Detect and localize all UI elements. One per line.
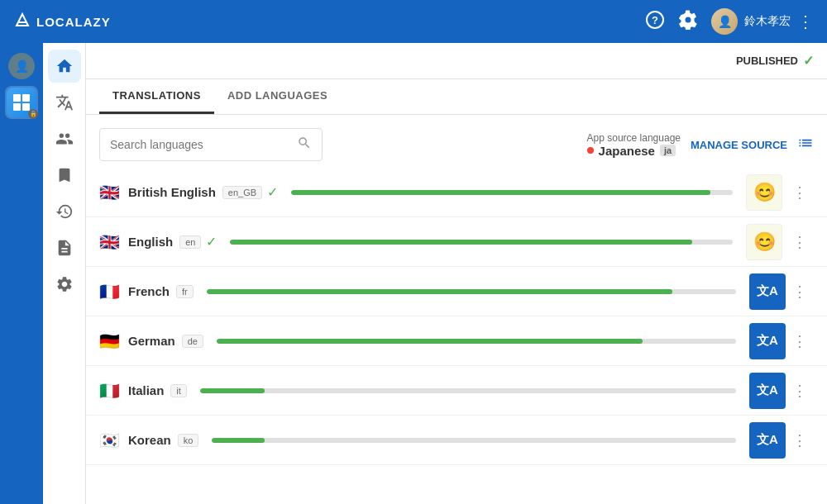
lang-flag-fr: 🇫🇷 [99, 282, 120, 302]
language-row-en_GB[interactable]: 🇬🇧 British English en_GB ✓ 😊 ⋮ [86, 168, 827, 217]
published-label: PUBLISHED [736, 55, 798, 67]
sidebar-item-file[interactable] [48, 231, 81, 264]
logo-text: LOCALAZY [36, 15, 111, 29]
source-language: Japanese ja [587, 144, 681, 158]
source-language-block: App source language Japanese ja [587, 132, 681, 158]
search-input[interactable] [110, 138, 290, 151]
search-source-row: App source language Japanese ja MANAGE S… [86, 115, 827, 168]
emoji-icon: 😊 [753, 182, 776, 203]
action-emoji-en_GB[interactable]: 😊 [746, 174, 782, 211]
left-sidebar: 👤 🔒 [0, 43, 43, 504]
source-dot [587, 147, 594, 154]
action-translate-ko[interactable]: 文A [749, 422, 786, 459]
lang-bar-de [217, 339, 736, 344]
lang-flag-ko: 🇰🇷 [99, 430, 120, 450]
lang-flag-en: 🇬🇧 [99, 232, 120, 252]
emoji-icon: 😊 [753, 231, 776, 253]
main-content: PUBLISHED ✓ TRANSLATIONS ADD LANGUAGES [86, 43, 827, 504]
lang-bar-fr [207, 289, 736, 294]
manage-source-button[interactable]: MANAGE SOURCE [691, 139, 787, 151]
lang-code-it: it [170, 384, 187, 397]
svg-rect-5 [22, 94, 30, 102]
search-box[interactable] [99, 128, 323, 161]
source-info: App source language Japanese ja MANAGE S… [587, 132, 814, 158]
lang-bar-en_GB [291, 190, 733, 195]
svg-rect-4 [13, 94, 21, 102]
avatar: 👤 [711, 8, 738, 35]
lang-name-de: German [128, 334, 175, 348]
logo[interactable]: LOCALAZY [13, 11, 111, 33]
action-translate-it[interactable]: 文A [749, 373, 786, 409]
language-row-it[interactable]: 🇮🇹 Italian it 文A ⋮ [86, 366, 827, 416]
lang-more-ko[interactable]: ⋮ [786, 428, 814, 453]
published-check-icon: ✓ [803, 53, 814, 69]
svg-rect-7 [22, 103, 30, 111]
sidebar-item-team[interactable] [48, 122, 81, 155]
lang-code-ko: ko [178, 434, 199, 447]
top-nav-right: ? 👤 鈴木孝宏 ⋮ [645, 8, 814, 35]
lang-bar-en [230, 240, 733, 245]
sidebar-project-icon[interactable]: 🔒 [5, 86, 38, 119]
translate-icon: 文A [757, 383, 778, 398]
lang-name-fr: French [128, 284, 170, 298]
lang-code-fr: fr [176, 285, 194, 298]
sidebar-user-avatar[interactable]: 👤 [5, 50, 38, 83]
language-list: 🇬🇧 British English en_GB ✓ 😊 ⋮ 🇬🇧 Englis… [86, 168, 827, 504]
help-icon[interactable]: ? [645, 10, 665, 34]
lang-code-en_GB: en_GB [222, 186, 262, 199]
lang-more-en_GB[interactable]: ⋮ [786, 180, 814, 205]
lang-name-it: Italian [128, 383, 164, 397]
action-emoji-en[interactable]: 😊 [746, 224, 782, 260]
language-row-fr[interactable]: 🇫🇷 French fr 文A ⋮ [86, 267, 827, 316]
tab-translations[interactable]: TRANSLATIONS [99, 79, 214, 114]
main-layout: 👤 🔒 [0, 43, 827, 504]
settings-icon[interactable] [678, 10, 698, 34]
sidebar-item-home[interactable] [48, 50, 81, 83]
action-translate-de[interactable]: 文A [749, 323, 786, 359]
lang-name-en: English [128, 235, 173, 249]
lang-more-fr[interactable]: ⋮ [786, 279, 814, 304]
lang-code-de: de [182, 335, 203, 348]
language-row-en[interactable]: 🇬🇧 English en ✓ 😊 ⋮ [86, 217, 827, 267]
lang-flag-en_GB: 🇬🇧 [99, 183, 120, 202]
source-label: App source language [587, 132, 681, 144]
content-header: PUBLISHED ✓ [86, 43, 827, 79]
second-sidebar [43, 43, 86, 504]
top-navigation: LOCALAZY ? 👤 鈴木孝宏 ⋮ [0, 0, 827, 43]
translate-icon: 文A [757, 432, 778, 448]
svg-marker-0 [17, 14, 28, 26]
svg-text:?: ? [652, 14, 658, 26]
source-language-name: Japanese [599, 144, 655, 158]
list-view-icon[interactable] [797, 135, 814, 155]
user-menu[interactable]: 👤 鈴木孝宏 ⋮ [711, 8, 814, 35]
action-translate-fr[interactable]: 文A [749, 273, 786, 310]
translate-icon: 文A [757, 283, 778, 299]
lang-name-ko: Korean [128, 433, 171, 447]
lang-more-it[interactable]: ⋮ [786, 378, 814, 403]
lang-flag-de: 🇩🇪 [99, 331, 120, 351]
tabs-bar: TRANSLATIONS ADD LANGUAGES [86, 79, 827, 115]
svg-rect-6 [13, 103, 21, 111]
lang-bar-ko [212, 438, 736, 443]
more-icon[interactable]: ⋮ [797, 12, 814, 31]
language-row-de[interactable]: 🇩🇪 German de 文A ⋮ [86, 316, 827, 366]
translate-icon: 文A [757, 333, 778, 349]
sidebar-item-bookmark[interactable] [48, 159, 81, 192]
lang-more-de[interactable]: ⋮ [786, 329, 814, 354]
language-row-ko[interactable]: 🇰🇷 Korean ko 文A ⋮ [86, 416, 827, 465]
tab-add-languages[interactable]: ADD LANGUAGES [214, 79, 341, 114]
project-thumbnail: 🔒 [7, 88, 36, 117]
lock-badge: 🔒 [28, 109, 38, 119]
sidebar-item-translate[interactable] [48, 86, 81, 119]
logo-icon [13, 11, 31, 33]
lang-name-en_GB: British English [128, 185, 216, 199]
username: 鈴木孝宏 [744, 14, 791, 29]
verified-icon: ✓ [267, 184, 278, 200]
search-icon [297, 136, 312, 154]
sidebar-item-settings[interactable] [48, 268, 81, 301]
lang-more-en[interactable]: ⋮ [786, 230, 814, 254]
lang-flag-it: 🇮🇹 [99, 381, 120, 401]
published-status: PUBLISHED ✓ [736, 53, 814, 69]
lang-bar-it [200, 388, 736, 393]
sidebar-item-history[interactable] [48, 195, 81, 228]
